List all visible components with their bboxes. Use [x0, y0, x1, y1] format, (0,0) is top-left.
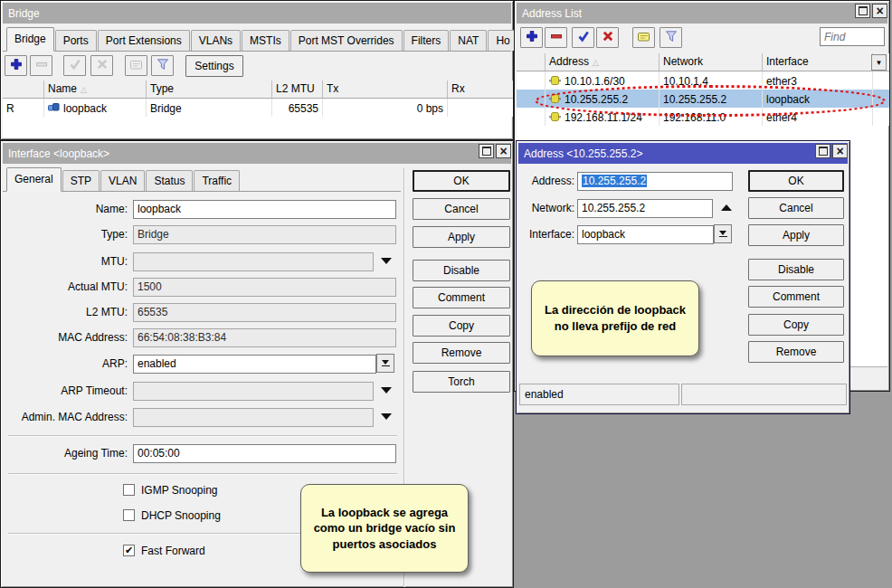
dialog-disable-button[interactable]: Disable [748, 259, 844, 280]
admin-mac-expand-arrow-icon[interactable] [381, 413, 392, 420]
tab-filters[interactable]: Filters [403, 30, 450, 51]
separator [8, 435, 397, 436]
ip-address-icon [549, 75, 561, 89]
maximize-icon [859, 6, 868, 15]
bridge-table-row[interactable]: R loopback Bridge 65535 0 bps [3, 99, 513, 117]
address-filter-button[interactable] [660, 27, 682, 48]
dialog-copy-button[interactable]: Copy [748, 314, 844, 336]
address-dialog-titlebar[interactable]: Address <10.255.255.2> [518, 143, 848, 164]
interface-titlebar[interactable]: Interface <loopback> [3, 143, 511, 164]
arp-dropdown-button[interactable] [376, 354, 394, 373]
address-dialog-maximize-button[interactable] [815, 144, 830, 158]
interface-dropdown-button[interactable] [714, 224, 732, 243]
tab-vlans[interactable]: VLANs [191, 30, 241, 51]
column-menu-button[interactable]: ▼ [871, 54, 887, 71]
network-collapse-arrow-icon[interactable] [721, 204, 732, 211]
bridge-col-l2mtu[interactable]: L2 MTU [272, 81, 323, 98]
bridge-settings-button[interactable]: Settings [185, 55, 243, 77]
type-field: Bridge [133, 225, 396, 244]
bridge-col-tx[interactable]: Tx [323, 81, 448, 98]
l2-mtu-field: 65535 [133, 303, 396, 322]
fast-forward-checkbox[interactable]: ✔ [123, 545, 135, 556]
bridge-add-button[interactable] [5, 55, 27, 76]
tab-traffic[interactable]: Traffic [194, 170, 240, 191]
name-field[interactable]: loopback [133, 200, 396, 219]
interface-close-button[interactable]: × [496, 144, 511, 158]
address-dialog-close-button[interactable]: × [832, 144, 848, 158]
tab-ports[interactable]: Ports [55, 30, 97, 51]
bridge-col-flags[interactable] [3, 81, 44, 98]
torch-button[interactable]: Torch [413, 371, 510, 393]
tab-stp[interactable]: STP [62, 170, 100, 191]
dhcp-snooping-checkbox[interactable] [123, 509, 135, 521]
bridge-row-rx [448, 99, 513, 117]
tab-general[interactable]: General [6, 167, 62, 192]
address-col-interface[interactable]: Interface [763, 53, 873, 71]
dialog-ok-button[interactable]: OK [748, 170, 844, 192]
dialog-apply-button[interactable]: Apply [748, 224, 844, 246]
cancel-button[interactable]: Cancel [413, 198, 510, 220]
bridge-titlebar[interactable]: Bridge [3, 3, 511, 24]
plus-icon [526, 30, 538, 45]
check-icon [577, 30, 590, 45]
tab-status[interactable]: Status [146, 170, 193, 191]
address-disable-button[interactable] [596, 27, 619, 48]
x-icon [96, 58, 109, 73]
apply-button[interactable]: Apply [413, 226, 510, 248]
address-remove-button[interactable] [545, 27, 567, 48]
bridge-tabstrip: Bridge Ports Port Extensions VLANs MSTIs… [3, 24, 511, 52]
arp-timeout-field [133, 382, 374, 401]
bridge-filter-button[interactable] [151, 55, 174, 76]
tab-nat[interactable]: NAT [450, 30, 487, 51]
tab-bridge[interactable]: Bridge [6, 27, 54, 52]
find-input[interactable] [820, 27, 885, 46]
address-list-maximize-button[interactable] [855, 4, 870, 18]
address-col-flags[interactable] [517, 53, 546, 71]
address-col-address[interactable]: Address△ [546, 53, 660, 71]
address-col-network[interactable]: Network [660, 53, 763, 71]
ageing-time-field[interactable]: 00:05:00 [133, 444, 396, 463]
admin-mac-label: Admin. MAC Address: [1, 411, 128, 423]
close-icon: × [876, 5, 883, 16]
address-enable-button[interactable] [572, 27, 594, 48]
mtu-label: MTU: [1, 255, 128, 268]
interface-select[interactable]: loopback [577, 225, 714, 244]
address-comment-button[interactable] [632, 27, 655, 48]
interface-window-title: Interface <loopback> [3, 147, 109, 160]
disable-button[interactable]: Disable [413, 260, 510, 281]
bridge-row-l2mtu: 65535 [272, 99, 323, 117]
dialog-remove-button[interactable]: Remove [748, 341, 844, 363]
type-label: Type: [1, 228, 128, 241]
tab-port-mst-overrides[interactable]: Port MST Overrides [290, 30, 403, 51]
igmp-snooping-checkbox[interactable] [123, 484, 135, 496]
dialog-status-extra [681, 384, 847, 405]
tab-vlan[interactable]: VLAN [100, 170, 145, 191]
address-list-titlebar[interactable]: Address List [517, 3, 887, 24]
mtu-field [133, 252, 374, 271]
chevron-down-icon: ▼ [876, 59, 883, 67]
address-note: La dirección de loopback no lleva prefij… [531, 280, 699, 356]
arp-timeout-expand-arrow-icon[interactable] [381, 387, 392, 394]
bridge-col-rx[interactable]: Rx [448, 81, 513, 98]
address-input[interactable]: 10.255.255.2 [577, 172, 733, 191]
arp-select[interactable]: enabled [133, 355, 376, 374]
ok-button[interactable]: OK [413, 170, 510, 192]
dialog-cancel-button[interactable]: Cancel [748, 197, 844, 219]
bridge-col-type[interactable]: Type [147, 81, 272, 98]
remove-button[interactable]: Remove [413, 342, 510, 364]
address-add-button[interactable] [520, 27, 543, 48]
copy-button[interactable]: Copy [413, 315, 510, 337]
tab-mstis[interactable]: MSTIs [242, 30, 289, 51]
bridge-col-name[interactable]: Name△ [44, 81, 147, 98]
network-input[interactable]: 10.255.255.2 [577, 199, 713, 218]
address-dialog-title: Address <10.255.255.2> [518, 147, 642, 160]
tab-port-extensions[interactable]: Port Extensions [98, 30, 190, 51]
address-list-close-button[interactable]: × [872, 4, 887, 18]
igmp-snooping-label: IGMP Snooping [141, 484, 218, 497]
check-mark-icon: ✔ [125, 545, 133, 555]
mtu-expand-arrow-icon[interactable] [381, 258, 392, 264]
bridge-note: La loopback se agrega como un bridge vac… [300, 484, 469, 573]
dialog-comment-button[interactable]: Comment [748, 286, 844, 308]
comment-button[interactable]: Comment [413, 287, 510, 308]
interface-maximize-button[interactable] [479, 144, 494, 158]
